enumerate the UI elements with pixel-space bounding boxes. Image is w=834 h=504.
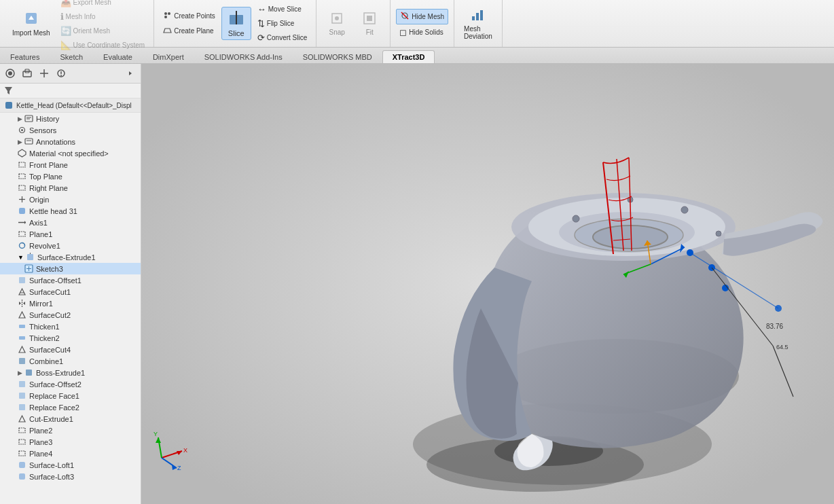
tab-evaluate[interactable]: Evaluate <box>93 50 143 63</box>
move-slice-button[interactable]: ↔ Move Slice <box>254 3 310 16</box>
surface-offset2-icon <box>18 380 26 389</box>
svg-rect-14 <box>472 16 475 20</box>
viewport[interactable]: 83.76 64.5 X Y Z <box>141 64 834 504</box>
tree-item-surface-loft1[interactable]: Surface-Loft1 <box>0 459 141 471</box>
hide-solids-button[interactable]: ◻ Hide Solids <box>396 26 448 39</box>
tree-item-plane3[interactable]: Plane3 <box>0 436 141 448</box>
tree-item-material[interactable]: Material <not specified> <box>0 147 141 159</box>
mesh-deviation-label: MeshDeviation <box>464 25 492 40</box>
tree-item-sketch3[interactable]: Sketch3 <box>0 263 141 274</box>
mesh-info-button[interactable]: ℹ Mesh Info <box>57 10 149 23</box>
create-plane-icon <box>163 26 172 37</box>
svg-rect-64 <box>26 370 32 376</box>
tree-item-surface-cut2[interactable]: SurfaceCut2 <box>0 309 141 321</box>
svg-text:Y: Y <box>153 431 158 437</box>
export-mesh-button[interactable]: 📤 Export Mesh <box>57 0 149 9</box>
svg-text:83.76: 83.76 <box>766 323 783 330</box>
tree-item-replace-face2[interactable]: Replace Face2 <box>0 401 141 413</box>
snap-button[interactable]: Snap <box>322 10 352 38</box>
tab-sketch[interactable]: Sketch <box>50 50 93 63</box>
sidebar-tool-4[interactable] <box>54 66 69 81</box>
svg-rect-37 <box>19 162 25 167</box>
use-coord-icon: 📐 <box>60 40 71 50</box>
sidebar-tool-2[interactable] <box>20 66 35 81</box>
hide-solids-icon: ◻ <box>399 27 407 37</box>
svg-text:64.5: 64.5 <box>776 344 788 350</box>
tree-item-thicken2[interactable]: Thicken2 <box>0 332 141 344</box>
tree-item-surface-cut4[interactable]: SurfaceCut4 <box>0 344 141 355</box>
tab-features[interactable]: Features <box>0 50 50 63</box>
tree-item-plane1[interactable]: Plane1 <box>0 228 141 240</box>
fit-label: Fit <box>366 29 374 36</box>
tree-item-front-plane[interactable]: Front Plane <box>0 159 141 170</box>
slice-button[interactable]: Slice <box>221 7 251 40</box>
tree-item-surface-loft3[interactable]: Surface-Loft3 <box>0 471 141 482</box>
svg-rect-46 <box>19 232 25 236</box>
convert-slice-button[interactable]: ⟳ Convert Slice <box>254 31 310 44</box>
create-points-button[interactable]: Create Points <box>160 10 219 23</box>
orient-mesh-button[interactable]: 🔄 Orient Mesh <box>57 24 149 37</box>
tab-mbd[interactable]: SOLIDWORKS MBD <box>293 50 382 63</box>
tree-item-cut-extrude1[interactable]: Cut-Extrude1 <box>0 413 141 425</box>
tree-item-surface-extrude1[interactable]: ▼ Surface-Extrude1 <box>0 251 141 263</box>
tree-item-origin[interactable]: Origin <box>0 194 141 205</box>
axis1-icon <box>18 218 26 227</box>
tree-item-revolve1[interactable]: Revolve1 <box>0 240 141 251</box>
flip-slice-button[interactable]: ⇅ Flip Slice <box>254 17 310 30</box>
sketch3-label: Sketch3 <box>36 265 63 273</box>
sidebar-tool-3[interactable] <box>37 66 52 81</box>
tab-dimxpert[interactable]: DimXpert <box>143 50 194 63</box>
tree-item-thicken1[interactable]: Thicken1 <box>0 321 141 332</box>
tree-item-right-plane[interactable]: Right Plane <box>0 182 141 194</box>
svg-point-25 <box>60 75 62 76</box>
tree-item-boss-extrude1[interactable]: ▶ Boss-Extrude1 <box>0 367 141 378</box>
svg-marker-26 <box>129 71 132 75</box>
slice-label: Slice <box>228 29 244 37</box>
tree-item-annotations[interactable]: ▶ Annotations <box>0 136 141 147</box>
svg-rect-48 <box>27 254 33 260</box>
fit-button[interactable]: Fit <box>355 10 384 38</box>
kettle-head-icon <box>18 206 26 215</box>
svg-marker-5 <box>164 29 171 33</box>
svg-point-42 <box>22 199 23 200</box>
sidebar-expand-button[interactable] <box>123 66 138 81</box>
svg-rect-39 <box>19 185 25 190</box>
3d-viewport-svg: 83.76 64.5 X Y Z <box>141 64 834 504</box>
tree-item-axis1[interactable]: Axis1 <box>0 217 141 228</box>
surface-extrude1-icon <box>26 253 35 262</box>
tree-item-surface-cut1[interactable]: SurfaceCut1 <box>0 286 141 298</box>
tab-xtract3d[interactable]: XTract3D <box>382 50 435 63</box>
tree-item-sensors[interactable]: Sensors <box>0 124 141 136</box>
tree-item-surface-offset2[interactable]: Surface-Offset2 <box>0 378 141 390</box>
snap-label: Snap <box>329 29 345 36</box>
tree-item-kettle-head[interactable]: Kettle head 31 <box>0 205 141 217</box>
tab-addins[interactable]: SOLIDWORKS Add-Ins <box>194 50 293 63</box>
sidebar-filter <box>0 84 141 98</box>
tree-item-top-plane[interactable]: Top Plane <box>0 170 141 182</box>
surface-offset1-icon <box>18 276 26 285</box>
create-plane-button[interactable]: Create Plane <box>160 24 219 38</box>
replace-face1-label: Replace Face1 <box>29 392 79 400</box>
tree-item-combine1[interactable]: Combine1 <box>0 355 141 367</box>
use-coord-button[interactable]: 📐 Use Coordinate System <box>57 39 149 52</box>
svg-text:X: X <box>183 447 187 454</box>
mesh-deviation-icon <box>471 7 486 24</box>
hide-mesh-icon <box>400 11 410 22</box>
tree-item-plane2[interactable]: Plane2 <box>0 425 141 436</box>
tree-item-mirror1[interactable]: Mirror1 <box>0 298 141 309</box>
tree-item-replace-face1[interactable]: Replace Face1 <box>0 390 141 401</box>
import-mesh-button[interactable]: Import Mesh <box>8 9 54 39</box>
thicken1-label: Thicken1 <box>29 323 60 331</box>
sidebar-tool-1[interactable] <box>3 66 18 81</box>
surface-loft3-icon <box>18 472 26 481</box>
orient-mesh-label: Orient Mesh <box>73 27 110 35</box>
surface-extrude1-label: Surface-Extrude1 <box>37 253 96 262</box>
surface-cut4-label: SurfaceCut4 <box>29 346 71 354</box>
mirror1-label: Mirror1 <box>29 300 53 308</box>
tree-item-plane4[interactable]: Plane4 <box>0 448 141 459</box>
cut-extrude1-label: Cut-Extrude1 <box>29 415 73 423</box>
mesh-deviation-button[interactable]: MeshDeviation <box>460 5 496 42</box>
tree-item-history[interactable]: ▶ History <box>0 113 141 124</box>
tree-item-surface-offset1[interactable]: Surface-Offset1 <box>0 274 141 286</box>
hide-mesh-button[interactable]: Hide Mesh <box>396 9 448 24</box>
